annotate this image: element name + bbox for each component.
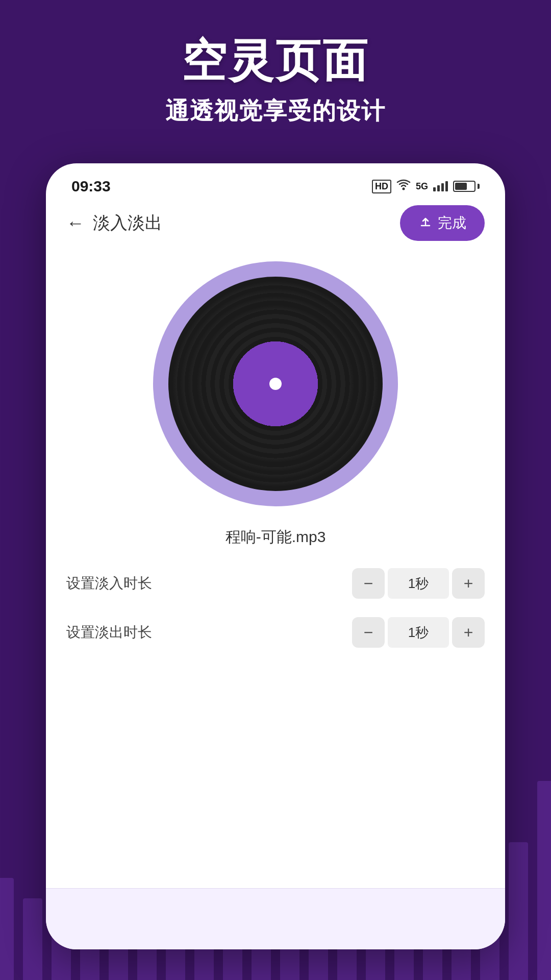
upload-icon xyxy=(418,214,433,232)
fade-out-value: 1秒 xyxy=(388,617,449,648)
eq-bar xyxy=(23,898,42,980)
fade-out-decrement-button[interactable]: − xyxy=(352,617,385,648)
fade-in-label: 设置淡入时长 xyxy=(66,574,352,593)
vinyl-hole xyxy=(269,378,282,390)
battery-icon xyxy=(453,181,480,192)
5g-icon: 5G xyxy=(416,181,428,192)
nav-title: 淡入淡出 xyxy=(93,211,162,235)
svg-point-0 xyxy=(402,188,405,190)
fade-in-decrement-button[interactable]: − xyxy=(352,568,385,599)
hd-icon: HD xyxy=(372,180,391,193)
complete-label: 完成 xyxy=(438,213,466,233)
wifi-icon xyxy=(396,179,411,193)
eq-bar xyxy=(509,842,528,980)
vinyl-outer-ring xyxy=(153,261,398,506)
complete-button[interactable]: 完成 xyxy=(400,205,485,241)
header-title: 空灵页面 xyxy=(0,31,551,91)
vinyl-center xyxy=(235,343,316,425)
fade-out-increment-button[interactable]: + xyxy=(452,617,485,648)
eq-bar xyxy=(0,878,14,980)
vinyl-record xyxy=(168,277,383,491)
status-time: 09:33 xyxy=(71,178,111,195)
bottom-area xyxy=(46,888,505,949)
status-bar: 09:33 HD 5G xyxy=(46,163,505,200)
fade-in-increment-button[interactable]: + xyxy=(452,568,485,599)
header-section: 空灵页面 通透视觉享受的设计 xyxy=(0,31,551,127)
controls-section: 设置淡入时长 − 1秒 + 设置淡出时长 − 1秒 + xyxy=(46,568,505,648)
fade-in-control: 设置淡入时长 − 1秒 + xyxy=(66,568,485,599)
fade-out-label: 设置淡出时长 xyxy=(66,623,352,642)
track-name: 程响-可能.mp3 xyxy=(46,527,505,548)
fade-in-stepper: − 1秒 + xyxy=(352,568,485,599)
header-subtitle: 通透视觉享受的设计 xyxy=(0,95,551,127)
eq-bar xyxy=(537,781,551,980)
fade-in-value: 1秒 xyxy=(388,568,449,599)
back-arrow-icon: ← xyxy=(66,212,85,234)
vinyl-area xyxy=(46,261,505,506)
phone-mockup: 09:33 HD 5G xyxy=(46,163,505,949)
nav-bar: ← 淡入淡出 完成 xyxy=(46,200,505,251)
status-icons: HD 5G xyxy=(372,179,480,193)
signal-icon xyxy=(433,181,448,191)
fade-out-stepper: − 1秒 + xyxy=(352,617,485,648)
back-button[interactable]: ← 淡入淡出 xyxy=(66,211,162,235)
fade-out-control: 设置淡出时长 − 1秒 + xyxy=(66,617,485,648)
